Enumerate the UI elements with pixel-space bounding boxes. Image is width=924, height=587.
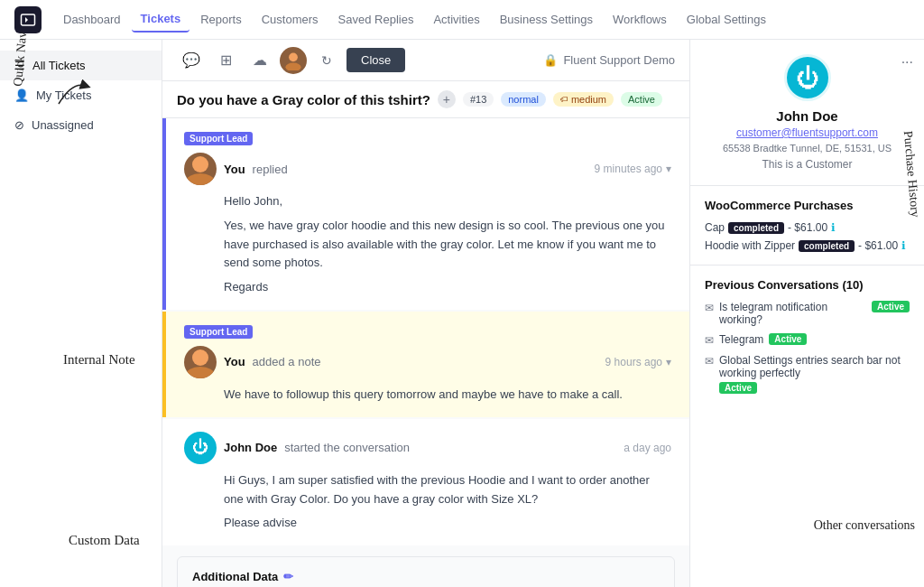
status-badge: Active — [621, 92, 662, 107]
info-icon-1: ℹ — [831, 221, 836, 234]
nav-item-tickets[interactable]: Tickets — [132, 6, 190, 33]
additional-data-title: Additional Data — [192, 570, 278, 583]
sidebar: ☰ All Tickets 👤 My Tickets ⊘ Unassigned — [0, 40, 162, 587]
chevron-down-icon-1[interactable]: ▾ — [666, 163, 671, 175]
nav-item-business-settings[interactable]: Business Settings — [491, 7, 602, 32]
more-options-button[interactable]: ... — [901, 51, 913, 67]
customer-tag: This is a Customer — [705, 158, 910, 171]
all-tickets-icon: ☰ — [14, 59, 25, 72]
agent-avatar — [280, 47, 307, 74]
svg-point-3 — [192, 156, 208, 172]
customer-message-avatar: ⏻ — [184, 432, 217, 464]
message-internal-note: Support Lead You added a note 9 hours ag… — [162, 312, 689, 417]
woocommerce-title: WooCommerce Purchases — [705, 199, 910, 212]
conversation-area: Support Lead You replied 9 minutes ago — [162, 118, 689, 587]
top-nav: Dashboard Tickets Reports Customers Save… — [0, 0, 924, 40]
all-tickets-label: All Tickets — [32, 59, 86, 72]
ticket-title-bar: Do you have a Gray color of this tshirt?… — [162, 81, 689, 118]
lock-icon: 🔒 — [543, 53, 558, 67]
chat-icon[interactable]: 💬 — [177, 46, 206, 75]
chevron-down-icon-2[interactable]: ▾ — [666, 356, 671, 368]
reply-body: Hello John, Yes, we have gray color hood… — [184, 192, 671, 297]
nav-item-activities[interactable]: Activities — [424, 7, 488, 32]
purchase-item-cap: Cap completed - $61.00 ℹ — [705, 221, 910, 234]
note-body: We have to followup this query tomorrow … — [184, 386, 671, 405]
customer-time: a day ago — [624, 442, 671, 454]
nav-item-workflows[interactable]: Workflows — [604, 7, 676, 32]
reply-author-avatar — [184, 153, 217, 185]
edit-icon[interactable]: ✏ — [283, 570, 293, 583]
nav-item-global-settings[interactable]: Global Settings — [678, 7, 775, 32]
unassigned-label: Unassigned — [32, 118, 94, 132]
unassigned-icon: ⊘ — [14, 118, 24, 132]
sidebar-item-unassigned[interactable]: ⊘ Unassigned — [0, 110, 162, 140]
customer-action: started the conversation — [284, 441, 410, 454]
close-button[interactable]: Close — [346, 48, 405, 72]
agent-name-label: Fluent Support Demo — [563, 53, 675, 67]
status-completed-badge-1: completed — [728, 222, 784, 234]
note-action: added a note — [253, 355, 321, 368]
svg-point-5 — [192, 349, 208, 366]
customer-author-name: John Doe — [224, 441, 277, 454]
svg-point-4 — [186, 173, 215, 185]
message-customer: ⏻ John Doe started the conversation a da… — [162, 419, 689, 545]
woocommerce-section: WooCommerce Purchases Cap completed - $6… — [690, 186, 924, 266]
logo — [14, 6, 42, 33]
my-tickets-label: My Tickets — [36, 89, 91, 102]
support-lead-badge-1: Support Lead — [184, 132, 253, 145]
note-author-name: You — [224, 355, 245, 368]
customer-info-section: ... ⏻ John Doe customer@fluentsupport.co… — [690, 40, 924, 186]
message-support-reply: Support Lead You replied 9 minutes ago — [162, 118, 689, 310]
svg-point-2 — [285, 62, 300, 70]
additional-data-section: Additional Data ✏ Department : Pre-Sale … — [177, 556, 675, 587]
note-time: 9 hours ago — [605, 356, 662, 368]
my-tickets-icon: 👤 — [14, 89, 29, 102]
mail-icon-3: ✉ — [705, 355, 714, 368]
note-author-avatar — [184, 346, 217, 378]
columns-icon[interactable]: ⊞ — [211, 46, 240, 75]
refresh-icon[interactable]: ↻ — [312, 46, 341, 75]
previous-conversations-title: Previous Conversations (10) — [705, 278, 910, 292]
reply-time: 9 minutes ago — [595, 163, 662, 175]
active-badge-2: Active — [769, 333, 807, 345]
type-badge: 🏷 medium — [553, 92, 614, 107]
add-button[interactable]: + — [438, 90, 456, 108]
ticket-title: Do you have a Gray color of this tshirt? — [177, 92, 430, 107]
nav-item-saved-replies[interactable]: Saved Replies — [329, 7, 423, 32]
prev-conv-item-2[interactable]: ✉ Telegram Active — [705, 333, 910, 347]
nav-item-dashboard[interactable]: Dashboard — [54, 7, 130, 32]
ticket-id-badge: #13 — [463, 92, 494, 107]
prev-conv-item-1[interactable]: ✉ Is telegram notification working? Acti… — [705, 301, 910, 326]
previous-conversations-section: Previous Conversations (10) ✉ Is telegra… — [690, 266, 924, 414]
reply-author-name: You — [224, 163, 245, 176]
mail-icon-2: ✉ — [705, 334, 714, 347]
customer-body: Hi Guys, I am super satisfied with the p… — [184, 471, 671, 533]
ticket-toolbar: 💬 ⊞ ☁ ↻ Close 🔒 Fluent Support Demo — [162, 40, 689, 81]
reply-action: replied — [253, 163, 288, 176]
svg-point-1 — [289, 52, 298, 61]
customer-name: John Doe — [705, 108, 910, 124]
customer-email[interactable]: customer@fluentsupport.com — [705, 126, 910, 139]
upload-icon[interactable]: ☁ — [245, 46, 274, 75]
priority-badge: normal — [501, 92, 546, 107]
svg-point-6 — [186, 367, 215, 378]
nav-item-reports[interactable]: Reports — [191, 7, 251, 32]
right-panel: ... ⏻ John Doe customer@fluentsupport.co… — [689, 40, 924, 587]
customer-avatar: ⏻ — [784, 54, 831, 101]
sidebar-item-all-tickets[interactable]: ☰ All Tickets — [0, 51, 162, 80]
active-badge-1: Active — [872, 301, 910, 312]
prev-conv-item-3[interactable]: ✉ Global Settings entries search bar not… — [705, 354, 910, 394]
mail-icon-1: ✉ — [705, 302, 714, 314]
status-completed-badge-2: completed — [799, 240, 855, 252]
active-badge-3: Active — [719, 382, 757, 394]
info-icon-2: ℹ — [901, 239, 906, 252]
support-lead-badge-2: Support Lead — [184, 325, 253, 339]
sidebar-item-my-tickets[interactable]: 👤 My Tickets — [0, 80, 162, 110]
purchase-item-hoodie: Hoodie with Zipper completed - $61.00 ℹ — [705, 239, 910, 252]
nav-item-customers[interactable]: Customers — [253, 7, 328, 32]
customer-address: 65538 Bradtke Tunnel, DE, 51531, US — [705, 143, 910, 154]
